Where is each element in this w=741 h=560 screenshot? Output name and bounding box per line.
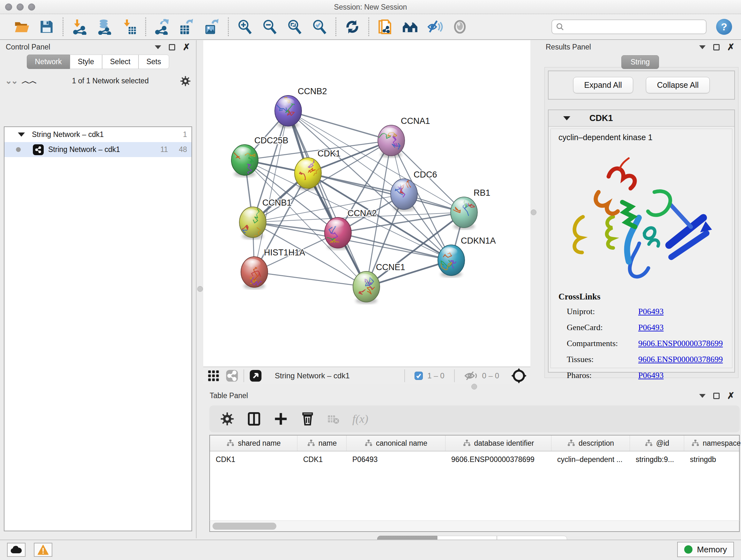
- delete-column-icon[interactable]: [300, 412, 315, 426]
- panel-float-button[interactable]: [713, 393, 720, 399]
- eye-icon[interactable]: [452, 18, 468, 35]
- network-row[interactable]: String Network – cdk1 11 48: [4, 142, 192, 157]
- crosslink-row: Pharos:P06493: [558, 371, 727, 380]
- import-network-icon[interactable]: [71, 18, 88, 35]
- collapse-all-networks-icon[interactable]: ︿︿: [22, 75, 37, 86]
- table-horizontal-scrollbar[interactable]: [209, 520, 740, 532]
- column-header-namespace[interactable]: namespace: [684, 435, 741, 451]
- delete-table-icon[interactable]: [327, 413, 340, 425]
- function-builder-icon[interactable]: f(x): [352, 412, 368, 426]
- zoom-fit-icon[interactable]: [286, 18, 303, 35]
- table-cell[interactable]: CDK1: [210, 451, 297, 468]
- collapse-all-button[interactable]: Collapse All: [646, 77, 710, 93]
- panel-close-button[interactable]: ✗: [183, 44, 190, 51]
- cloud-button[interactable]: [7, 543, 25, 557]
- column-header-name[interactable]: name: [297, 435, 347, 451]
- tab-select[interactable]: Select: [102, 55, 138, 69]
- create-column-icon[interactable]: [274, 412, 288, 426]
- network-node-CDC25B[interactable]: CDC25B: [231, 136, 288, 177]
- table-cell[interactable]: stringdb:9...: [630, 451, 684, 468]
- table-cell[interactable]: cyclin–dependent ...: [551, 451, 630, 468]
- export-network-icon[interactable]: [154, 18, 171, 35]
- network-node-CCNA2[interactable]: CCNA2: [325, 208, 377, 250]
- gene-section-header[interactable]: CDK1: [549, 110, 734, 127]
- warnings-button[interactable]: [34, 543, 52, 557]
- panel-float-button[interactable]: [713, 44, 720, 51]
- column-header-database-identifier[interactable]: database identifier: [446, 435, 551, 451]
- network-node-CDC6[interactable]: CDC6: [391, 170, 437, 211]
- grid-view-icon[interactable]: [207, 369, 220, 382]
- gene-description: cyclin–dependent kinase 1: [551, 129, 732, 142]
- scrollbar-thumb[interactable]: [212, 523, 276, 530]
- table-cell[interactable]: P06493: [347, 451, 446, 468]
- string-network-graph[interactable]: CCNB2CCNA1CDC25BCDK1CDC6RB1CCNB1CCNA2CDK…: [203, 40, 530, 367]
- export-table-icon[interactable]: [179, 18, 195, 35]
- column-header-shared-name[interactable]: shared name: [210, 435, 297, 451]
- splitter-handle[interactable]: [197, 286, 203, 292]
- birdseye-icon[interactable]: [511, 368, 527, 383]
- panel-menu-caret[interactable]: [155, 45, 161, 49]
- memory-button[interactable]: Memory: [677, 542, 734, 557]
- tab-string[interactable]: String: [621, 55, 659, 69]
- eye-slash-icon[interactable]: [427, 18, 443, 35]
- crosslink-link[interactable]: P06493: [638, 371, 664, 380]
- tab-sets[interactable]: Sets: [138, 55, 169, 69]
- table-cell[interactable]: CDK1: [297, 451, 347, 468]
- share-view-icon[interactable]: [226, 369, 239, 382]
- crosslink-link[interactable]: 9606.ENSP00000378699: [638, 355, 723, 364]
- node-label: CCNE1: [376, 262, 405, 272]
- expand-all-button[interactable]: Expand All: [573, 77, 633, 93]
- network-node-RB1[interactable]: RB1: [451, 188, 490, 230]
- refresh-icon[interactable]: [344, 18, 360, 35]
- crosslink-link[interactable]: P06493: [638, 323, 664, 332]
- panel-close-button[interactable]: ✗: [727, 393, 735, 399]
- zoom-out-icon[interactable]: [261, 18, 278, 35]
- network-node-HIST1H1A[interactable]: HIST1H1A: [241, 248, 305, 289]
- show-columns-icon[interactable]: [247, 412, 261, 426]
- save-session-icon[interactable]: [38, 18, 55, 35]
- panel-float-button[interactable]: [169, 44, 175, 51]
- column-header-description[interactable]: description: [551, 435, 630, 451]
- expand-all-networks-icon[interactable]: ⌄⌄: [5, 76, 17, 86]
- network-collection-row[interactable]: String Network – cdk1 1: [4, 127, 192, 142]
- table-cell[interactable]: stringdb: [684, 451, 741, 468]
- network-node-CDKN1A[interactable]: CDKN1A: [438, 236, 496, 277]
- table-row[interactable]: CDK1CDK1P064939606.ENSP00000378699cyclin…: [210, 451, 739, 468]
- tab-style[interactable]: Style: [70, 55, 102, 69]
- zoom-in-icon[interactable]: [237, 18, 253, 35]
- network-node-CCNA1[interactable]: CCNA1: [378, 116, 430, 158]
- hidden-count: 0 – 0: [482, 371, 499, 380]
- crosslink-link[interactable]: P06493: [638, 307, 664, 316]
- node-label: CDC25B: [254, 136, 288, 145]
- tab-network[interactable]: Network: [27, 55, 70, 69]
- crosslink-row: GeneCard:P06493: [558, 323, 727, 332]
- help-icon[interactable]: ?: [716, 19, 732, 35]
- collection-expand-caret[interactable]: [18, 132, 25, 137]
- gear-icon[interactable]: [180, 76, 191, 86]
- import-database-icon[interactable]: [96, 18, 113, 35]
- search-input[interactable]: [564, 23, 702, 31]
- homes-icon[interactable]: [402, 18, 418, 35]
- detach-view-icon[interactable]: [249, 369, 262, 382]
- table-cell[interactable]: 9606.ENSP00000378699: [446, 451, 551, 468]
- network-view-canvas[interactable]: CCNB2CCNA1CDC25BCDK1CDC6RB1CCNB1CCNA2CDK…: [203, 40, 530, 367]
- table-gear-icon[interactable]: [220, 412, 234, 426]
- export-image-icon[interactable]: [204, 18, 220, 35]
- panel-close-button[interactable]: ✗: [727, 44, 735, 51]
- panel-menu-caret[interactable]: [699, 45, 705, 49]
- column-header-canonical-name[interactable]: canonical name: [347, 435, 446, 451]
- string-document-icon[interactable]: [377, 18, 394, 35]
- network-node-CCNE1[interactable]: CCNE1: [353, 262, 405, 304]
- panel-menu-caret[interactable]: [699, 394, 705, 398]
- crosslink-link[interactable]: 9606.ENSP00000378699: [638, 339, 723, 348]
- gene-collapse-caret[interactable]: [563, 116, 570, 120]
- crosslink-row: Tissues:9606.ENSP00000378699: [558, 355, 727, 364]
- search-field[interactable]: [551, 19, 706, 34]
- import-table-icon[interactable]: [121, 18, 138, 35]
- splitter-handle[interactable]: [471, 384, 477, 389]
- splitter-handle[interactable]: [531, 209, 536, 215]
- zoom-selected-icon[interactable]: [311, 18, 328, 35]
- open-session-icon[interactable]: [13, 18, 30, 35]
- selected-checkbox-icon[interactable]: [414, 372, 423, 380]
- column-header-@id[interactable]: @id: [630, 435, 684, 451]
